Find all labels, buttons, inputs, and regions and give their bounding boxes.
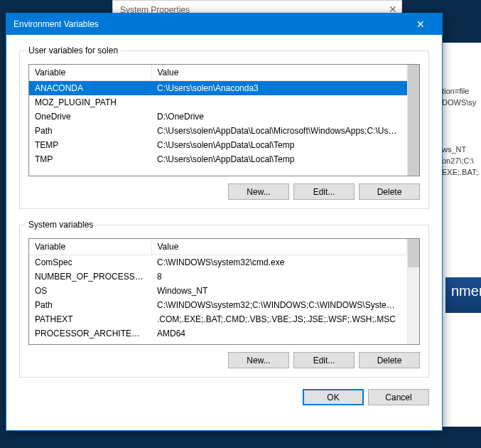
- system-variables-legend: System variables: [26, 220, 96, 230]
- system-cell-value: 8: [151, 270, 407, 284]
- system-row[interactable]: PATHEXT.COM;.EXE;.BAT;.CMD;.VBS;.VBE;.JS…: [29, 312, 407, 326]
- system-col-value[interactable]: Value: [151, 239, 407, 255]
- user-cell-variable: OneDrive: [29, 110, 151, 124]
- dialog-title: Environment Variables: [13, 19, 406, 29]
- user-cell-value: C:\Users\solen\AppData\Local\Microsoft\W…: [151, 124, 407, 138]
- user-col-variable[interactable]: Variable: [29, 65, 151, 81]
- system-row[interactable]: NUMBER_OF_PROCESSORS8: [29, 270, 407, 284]
- background-banner: nmen: [445, 277, 481, 313]
- system-row[interactable]: PathC:\WINDOWS\system32;C:\WINDOWS;C:\WI…: [29, 298, 407, 312]
- system-cell-value: AMD64: [151, 326, 407, 341]
- dialog-titlebar[interactable]: Environment Variables ✕: [6, 14, 442, 35]
- system-cell-variable: PROCESSOR_IDENTIFIER: [29, 341, 151, 345]
- system-col-variable[interactable]: Variable: [29, 239, 151, 255]
- system-cell-value: C:\WINDOWS\system32\cmd.exe: [151, 255, 407, 270]
- dialog-button-row: OK Cancel: [19, 389, 429, 405]
- user-row[interactable]: MOZ_PLUGIN_PATH: [29, 95, 407, 110]
- close-button[interactable]: ✕: [406, 14, 435, 35]
- user-row[interactable]: TEMPC:\Users\solen\AppData\Local\Temp: [29, 138, 407, 152]
- user-button-row: New... Edit... Delete: [28, 183, 420, 200]
- user-row[interactable]: TMPC:\Users\solen\AppData\Local\Temp: [29, 152, 407, 166]
- close-icon: ✕: [416, 18, 425, 30]
- system-cell-variable: PATHEXT: [29, 312, 151, 326]
- user-cell-variable: ANACONDA: [29, 81, 151, 96]
- system-variables-table[interactable]: Variable Value ComSpecC:\WINDOWS\system3…: [28, 238, 420, 345]
- system-scrollbar[interactable]: [407, 239, 419, 344]
- user-cell-variable: TMP: [29, 152, 151, 166]
- cancel-button[interactable]: Cancel: [368, 389, 429, 405]
- system-cell-variable: ComSpec: [29, 255, 151, 270]
- system-row[interactable]: OSWindows_NT: [29, 284, 407, 298]
- system-cell-value: .COM;.EXE;.BAT;.CMD;.VBS;.VBE;.JS;.JSE;.…: [151, 312, 407, 326]
- user-scrollbar[interactable]: [407, 65, 419, 176]
- user-delete-button[interactable]: Delete: [359, 183, 420, 200]
- system-cell-value: C:\WINDOWS\system32;C:\WINDOWS;C:\WINDOW…: [151, 298, 407, 312]
- user-row[interactable]: OneDriveD:\OneDrive: [29, 110, 407, 124]
- system-scroll-thumb[interactable]: [408, 239, 419, 267]
- user-row[interactable]: PathC:\Users\solen\AppData\Local\Microso…: [29, 124, 407, 138]
- user-scroll-thumb[interactable]: [408, 65, 419, 176]
- user-cell-variable: MOZ_PLUGIN_PATH: [29, 95, 151, 110]
- system-row[interactable]: PROCESSOR_ARCHITECTUREAMD64: [29, 326, 407, 341]
- system-cell-variable: Path: [29, 298, 151, 312]
- user-cell-value: C:\Users\solen\AppData\Local\Temp: [151, 138, 407, 152]
- background-peek: tion=file DOWS\sy ws_NT on27\;C:\ EXE;.B…: [438, 43, 481, 427]
- system-button-row: New... Edit... Delete: [28, 352, 420, 368]
- user-row[interactable]: ANACONDAC:\Users\solen\Anaconda3: [29, 81, 407, 96]
- user-col-value[interactable]: Value: [151, 65, 407, 81]
- user-variables-group: User variables for solen Variable Value …: [19, 50, 429, 209]
- system-cell-value: Windows_NT: [151, 284, 407, 298]
- user-cell-value: C:\Users\solen\Anaconda3: [151, 81, 407, 96]
- system-cell-variable: PROCESSOR_ARCHITECTURE: [29, 326, 151, 341]
- system-cell-variable: OS: [29, 284, 151, 298]
- ok-button[interactable]: OK: [303, 389, 364, 405]
- user-variables-legend: User variables for solen: [26, 46, 121, 55]
- system-cell-variable: NUMBER_OF_PROCESSORS: [29, 270, 151, 284]
- system-new-button[interactable]: New...: [228, 352, 289, 368]
- user-variables-table[interactable]: Variable Value ANACONDAC:\Users\solen\An…: [28, 64, 420, 176]
- system-row[interactable]: PROCESSOR_IDENTIFIERIntel64 Family 6 Mod…: [29, 341, 407, 345]
- user-cell-value: C:\Users\solen\AppData\Local\Temp: [151, 152, 407, 166]
- system-cell-value: Intel64 Family 6 Model 94 Stepping 3, Ge…: [151, 341, 407, 345]
- user-cell-variable: TEMP: [29, 138, 151, 152]
- user-cell-variable: Path: [29, 124, 151, 138]
- user-new-button[interactable]: New...: [228, 183, 289, 200]
- system-delete-button[interactable]: Delete: [359, 352, 420, 368]
- system-row[interactable]: ComSpecC:\WINDOWS\system32\cmd.exe: [29, 255, 407, 270]
- user-edit-button[interactable]: Edit...: [293, 183, 355, 200]
- system-edit-button[interactable]: Edit...: [293, 352, 355, 368]
- dialog-content: User variables for solen Variable Value …: [6, 35, 442, 430]
- system-variables-group: System variables Variable Value ComSpecC…: [19, 225, 429, 378]
- user-cell-value: D:\OneDrive: [151, 110, 407, 124]
- user-cell-value: [151, 95, 407, 110]
- environment-variables-dialog: Environment Variables ✕ User variables f…: [6, 13, 443, 431]
